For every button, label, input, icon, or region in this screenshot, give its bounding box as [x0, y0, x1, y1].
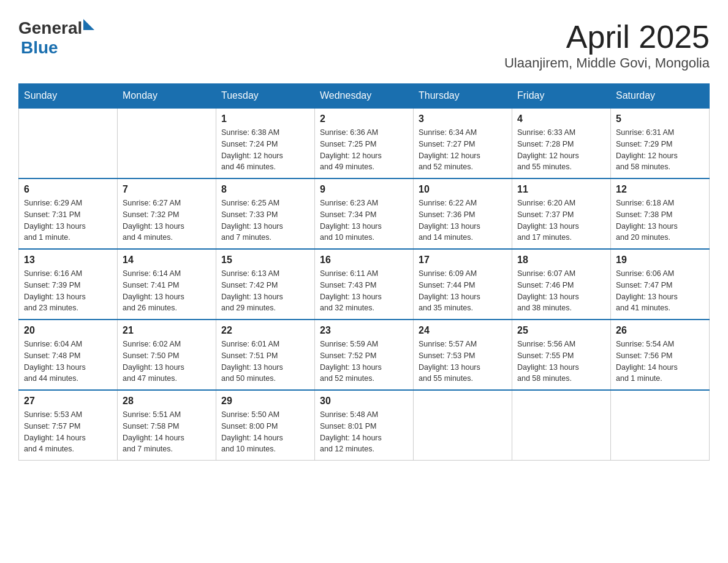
calendar-cell: 20Sunrise: 6:04 AM Sunset: 7:48 PM Dayli… — [19, 320, 118, 390]
day-number: 14 — [123, 255, 211, 266]
day-info: Sunrise: 6:14 AM Sunset: 7:41 PM Dayligh… — [123, 268, 211, 314]
day-info: Sunrise: 6:31 AM Sunset: 7:29 PM Dayligh… — [616, 127, 704, 173]
calendar-cell: 9Sunrise: 6:23 AM Sunset: 7:34 PM Daylig… — [315, 178, 414, 249]
day-number: 19 — [616, 255, 704, 266]
day-info: Sunrise: 6:25 AM Sunset: 7:33 PM Dayligh… — [221, 197, 309, 243]
day-number: 1 — [221, 113, 309, 124]
logo: General Blue — [18, 18, 94, 58]
calendar-cell: 17Sunrise: 6:09 AM Sunset: 7:44 PM Dayli… — [414, 249, 512, 320]
calendar-cell: 28Sunrise: 5:51 AM Sunset: 7:58 PM Dayli… — [118, 390, 216, 461]
calendar-cell: 4Sunrise: 6:33 AM Sunset: 7:28 PM Daylig… — [512, 108, 611, 178]
day-number: 3 — [419, 113, 507, 124]
calendar-cell: 5Sunrise: 6:31 AM Sunset: 7:29 PM Daylig… — [611, 108, 710, 178]
week-row-4: 20Sunrise: 6:04 AM Sunset: 7:48 PM Dayli… — [19, 320, 710, 390]
day-info: Sunrise: 5:50 AM Sunset: 8:00 PM Dayligh… — [221, 409, 309, 455]
weekday-header-thursday: Thursday — [414, 84, 512, 109]
calendar-cell: 12Sunrise: 6:18 AM Sunset: 7:38 PM Dayli… — [611, 178, 710, 249]
day-info: Sunrise: 6:34 AM Sunset: 7:27 PM Dayligh… — [419, 127, 507, 173]
day-number: 4 — [517, 113, 605, 124]
day-number: 2 — [320, 113, 408, 124]
subtitle: Ulaanjirem, Middle Govi, Mongolia — [504, 55, 710, 71]
calendar-cell: 7Sunrise: 6:27 AM Sunset: 7:32 PM Daylig… — [118, 178, 216, 249]
calendar-cell: 14Sunrise: 6:14 AM Sunset: 7:41 PM Dayli… — [118, 249, 216, 320]
logo-triangle-icon — [83, 19, 94, 30]
day-info: Sunrise: 6:18 AM Sunset: 7:38 PM Dayligh… — [616, 197, 704, 243]
day-number: 11 — [517, 184, 605, 195]
day-info: Sunrise: 6:27 AM Sunset: 7:32 PM Dayligh… — [123, 197, 211, 243]
day-info: Sunrise: 5:59 AM Sunset: 7:52 PM Dayligh… — [320, 339, 408, 385]
day-number: 8 — [221, 184, 309, 195]
day-info: Sunrise: 6:01 AM Sunset: 7:51 PM Dayligh… — [221, 339, 309, 385]
calendar-body: 1Sunrise: 6:38 AM Sunset: 7:24 PM Daylig… — [19, 108, 710, 461]
day-info: Sunrise: 6:09 AM Sunset: 7:44 PM Dayligh… — [419, 268, 507, 314]
week-row-3: 13Sunrise: 6:16 AM Sunset: 7:39 PM Dayli… — [19, 249, 710, 320]
weekday-header-wednesday: Wednesday — [315, 84, 414, 109]
calendar-cell: 10Sunrise: 6:22 AM Sunset: 7:36 PM Dayli… — [414, 178, 512, 249]
calendar-cell: 2Sunrise: 6:36 AM Sunset: 7:25 PM Daylig… — [315, 108, 414, 178]
calendar-cell — [512, 390, 611, 461]
day-info: Sunrise: 6:02 AM Sunset: 7:50 PM Dayligh… — [123, 339, 211, 385]
calendar-cell: 8Sunrise: 6:25 AM Sunset: 7:33 PM Daylig… — [216, 178, 315, 249]
calendar-cell: 23Sunrise: 5:59 AM Sunset: 7:52 PM Dayli… — [315, 320, 414, 390]
calendar-cell — [611, 390, 710, 461]
day-info: Sunrise: 6:22 AM Sunset: 7:36 PM Dayligh… — [419, 197, 507, 243]
day-number: 13 — [24, 255, 112, 266]
calendar-table: SundayMondayTuesdayWednesdayThursdayFrid… — [18, 83, 710, 461]
day-number: 26 — [616, 325, 704, 336]
day-number: 22 — [221, 325, 309, 336]
main-title: April 2025 — [504, 18, 710, 55]
weekday-header-monday: Monday — [118, 84, 216, 109]
title-area: April 2025 Ulaanjirem, Middle Govi, Mong… — [504, 18, 710, 71]
day-info: Sunrise: 6:38 AM Sunset: 7:24 PM Dayligh… — [221, 127, 309, 173]
calendar-cell: 18Sunrise: 6:07 AM Sunset: 7:46 PM Dayli… — [512, 249, 611, 320]
day-info: Sunrise: 6:20 AM Sunset: 7:37 PM Dayligh… — [517, 197, 605, 243]
calendar-cell: 26Sunrise: 5:54 AM Sunset: 7:56 PM Dayli… — [611, 320, 710, 390]
calendar-cell: 25Sunrise: 5:56 AM Sunset: 7:55 PM Dayli… — [512, 320, 611, 390]
calendar-cell: 30Sunrise: 5:48 AM Sunset: 8:01 PM Dayli… — [315, 390, 414, 461]
week-row-1: 1Sunrise: 6:38 AM Sunset: 7:24 PM Daylig… — [19, 108, 710, 178]
day-info: Sunrise: 5:53 AM Sunset: 7:57 PM Dayligh… — [24, 409, 112, 455]
day-info: Sunrise: 6:29 AM Sunset: 7:31 PM Dayligh… — [24, 197, 112, 243]
day-info: Sunrise: 6:06 AM Sunset: 7:47 PM Dayligh… — [616, 268, 704, 314]
day-info: Sunrise: 5:48 AM Sunset: 8:01 PM Dayligh… — [320, 409, 408, 455]
week-row-5: 27Sunrise: 5:53 AM Sunset: 7:57 PM Dayli… — [19, 390, 710, 461]
calendar-cell: 11Sunrise: 6:20 AM Sunset: 7:37 PM Dayli… — [512, 178, 611, 249]
day-number: 23 — [320, 325, 408, 336]
weekday-header-saturday: Saturday — [611, 84, 710, 109]
day-info: Sunrise: 6:16 AM Sunset: 7:39 PM Dayligh… — [24, 268, 112, 314]
calendar-cell: 29Sunrise: 5:50 AM Sunset: 8:00 PM Dayli… — [216, 390, 315, 461]
page-header: General Blue April 2025 Ulaanjirem, Midd… — [18, 18, 710, 71]
day-number: 17 — [419, 255, 507, 266]
calendar-cell: 6Sunrise: 6:29 AM Sunset: 7:31 PM Daylig… — [19, 178, 118, 249]
day-info: Sunrise: 5:54 AM Sunset: 7:56 PM Dayligh… — [616, 339, 704, 385]
calendar-cell: 15Sunrise: 6:13 AM Sunset: 7:42 PM Dayli… — [216, 249, 315, 320]
calendar-cell: 13Sunrise: 6:16 AM Sunset: 7:39 PM Dayli… — [19, 249, 118, 320]
day-info: Sunrise: 6:33 AM Sunset: 7:28 PM Dayligh… — [517, 127, 605, 173]
calendar-cell: 22Sunrise: 6:01 AM Sunset: 7:51 PM Dayli… — [216, 320, 315, 390]
day-info: Sunrise: 6:04 AM Sunset: 7:48 PM Dayligh… — [24, 339, 112, 385]
day-number: 30 — [320, 396, 408, 407]
day-info: Sunrise: 5:51 AM Sunset: 7:58 PM Dayligh… — [123, 409, 211, 455]
day-number: 27 — [24, 396, 112, 407]
week-row-2: 6Sunrise: 6:29 AM Sunset: 7:31 PM Daylig… — [19, 178, 710, 249]
day-number: 24 — [419, 325, 507, 336]
day-info: Sunrise: 6:11 AM Sunset: 7:43 PM Dayligh… — [320, 268, 408, 314]
day-number: 10 — [419, 184, 507, 195]
day-info: Sunrise: 6:07 AM Sunset: 7:46 PM Dayligh… — [517, 268, 605, 314]
calendar-cell — [414, 390, 512, 461]
day-info: Sunrise: 5:57 AM Sunset: 7:53 PM Dayligh… — [419, 339, 507, 385]
calendar-cell — [19, 108, 118, 178]
day-number: 9 — [320, 184, 408, 195]
calendar-cell: 27Sunrise: 5:53 AM Sunset: 7:57 PM Dayli… — [19, 390, 118, 461]
logo-blue: Blue — [21, 38, 58, 58]
calendar-cell: 21Sunrise: 6:02 AM Sunset: 7:50 PM Dayli… — [118, 320, 216, 390]
day-number: 6 — [24, 184, 112, 195]
day-number: 16 — [320, 255, 408, 266]
calendar-cell: 1Sunrise: 6:38 AM Sunset: 7:24 PM Daylig… — [216, 108, 315, 178]
weekday-header-friday: Friday — [512, 84, 611, 109]
day-info: Sunrise: 5:56 AM Sunset: 7:55 PM Dayligh… — [517, 339, 605, 385]
calendar-cell: 16Sunrise: 6:11 AM Sunset: 7:43 PM Dayli… — [315, 249, 414, 320]
day-number: 20 — [24, 325, 112, 336]
calendar-cell — [118, 108, 216, 178]
calendar-cell: 24Sunrise: 5:57 AM Sunset: 7:53 PM Dayli… — [414, 320, 512, 390]
